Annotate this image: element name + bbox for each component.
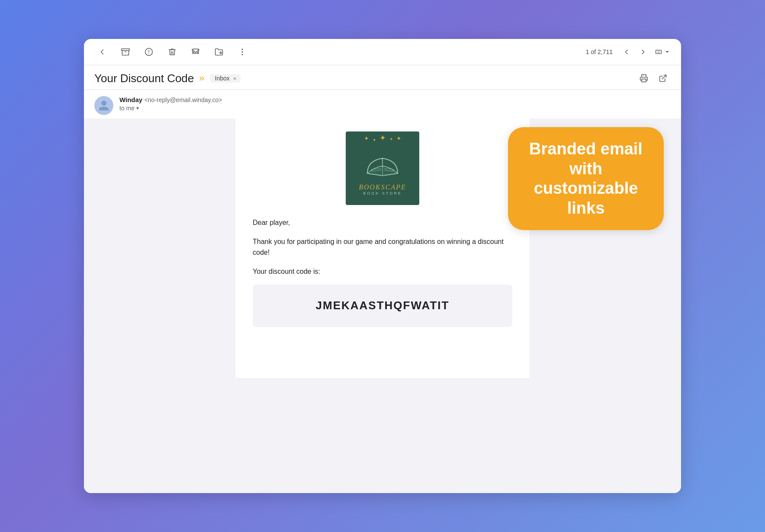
svg-rect-10 bbox=[642, 79, 646, 82]
nav-count: 1 of 2,711 bbox=[586, 48, 613, 55]
mark-read-button[interactable] bbox=[188, 44, 203, 60]
email-subject: Your Discount Code bbox=[94, 72, 194, 85]
more-options-button[interactable] bbox=[235, 44, 250, 60]
bookscape-logo: ✦ ✦ ✦ ✦ ✦ bbox=[346, 131, 419, 205]
nav-arrows bbox=[619, 44, 651, 60]
sender-to-row: to me ▾ bbox=[119, 105, 671, 112]
discount-code: JMEKAASTHQFWATIT bbox=[316, 299, 450, 312]
archive-button[interactable] bbox=[118, 44, 133, 60]
discount-code-box: JMEKAASTHQFWATIT bbox=[253, 285, 512, 327]
star-1: ✦ bbox=[364, 135, 369, 143]
sender-info: Winday <no-reply@email.winday.co> to me … bbox=[119, 96, 671, 112]
to-label: to me bbox=[119, 105, 135, 112]
email-body-outer[interactable]: ✦ ✦ ✦ ✦ ✦ bbox=[84, 119, 681, 493]
sender-email: <no-reply@email.winday.co> bbox=[145, 96, 222, 103]
back-button[interactable] bbox=[94, 44, 110, 60]
delete-button[interactable] bbox=[164, 44, 180, 60]
logo-bookstore-text: BOOK STORE bbox=[359, 191, 406, 195]
next-email-button[interactable] bbox=[635, 44, 651, 60]
sender-avatar bbox=[94, 96, 113, 115]
report-spam-button[interactable] bbox=[141, 44, 157, 60]
toolbar: 1 of 2,711 bbox=[84, 39, 681, 65]
keyboard-shortcuts-button[interactable] bbox=[655, 44, 671, 60]
subject-bar: Your Discount Code » Inbox × bbox=[84, 65, 681, 90]
sender-row: Winday <no-reply@email.winday.co> to me … bbox=[84, 90, 681, 119]
logo-area: ✦ ✦ ✦ ✦ ✦ bbox=[253, 131, 512, 205]
email-paragraph2: Your discount code is: bbox=[253, 266, 512, 277]
inbox-badge-close[interactable]: × bbox=[233, 75, 237, 82]
logo-book bbox=[363, 154, 402, 182]
inbox-label: Inbox bbox=[215, 75, 230, 82]
star-2: ✦ bbox=[373, 138, 376, 143]
star-5: ✦ bbox=[396, 135, 402, 143]
callout-text: Branded email with customizable links bbox=[524, 139, 648, 218]
email-content: Dear player, Thank you for participating… bbox=[253, 217, 512, 327]
prev-email-button[interactable] bbox=[619, 44, 634, 60]
email-greeting: Dear player, bbox=[253, 217, 512, 228]
callout-bubble: Branded email with customizable links bbox=[508, 127, 664, 230]
svg-line-11 bbox=[662, 75, 666, 79]
move-button[interactable] bbox=[211, 44, 227, 60]
subject-actions bbox=[636, 71, 671, 86]
open-in-new-button[interactable] bbox=[655, 71, 671, 86]
logo-stars: ✦ ✦ ✦ ✦ ✦ bbox=[346, 135, 419, 143]
svg-rect-0 bbox=[122, 49, 129, 51]
svg-rect-9 bbox=[656, 50, 661, 54]
svg-point-6 bbox=[241, 49, 243, 50]
email-paragraph1: Thank you for participating in our game … bbox=[253, 236, 512, 258]
toolbar-left bbox=[94, 44, 577, 60]
inbox-badge[interactable]: Inbox × bbox=[210, 74, 241, 83]
print-button[interactable] bbox=[636, 71, 652, 86]
logo-text: BOOKSCAPE BOOK STORE bbox=[359, 183, 406, 195]
sender-name: Winday bbox=[119, 96, 142, 103]
toolbar-right: 1 of 2,711 bbox=[586, 44, 671, 60]
subject-arrow: » bbox=[199, 73, 204, 84]
email-window: 1 of 2,711 bbox=[84, 39, 681, 493]
star-3: ✦ bbox=[379, 133, 386, 143]
star-4: ✦ bbox=[389, 137, 393, 143]
logo-bookscape-text: BOOKSCAPE bbox=[359, 183, 406, 191]
svg-point-7 bbox=[241, 51, 243, 52]
svg-point-8 bbox=[241, 54, 243, 55]
sender-details-toggle[interactable]: ▾ bbox=[136, 105, 139, 111]
email-body-inner: ✦ ✦ ✦ ✦ ✦ bbox=[235, 119, 530, 378]
